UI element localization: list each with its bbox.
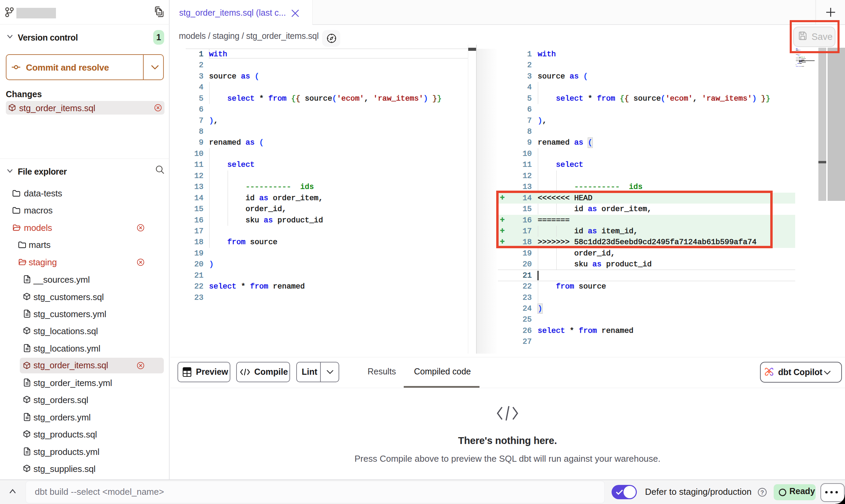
svg-text:?: ?	[760, 489, 764, 496]
